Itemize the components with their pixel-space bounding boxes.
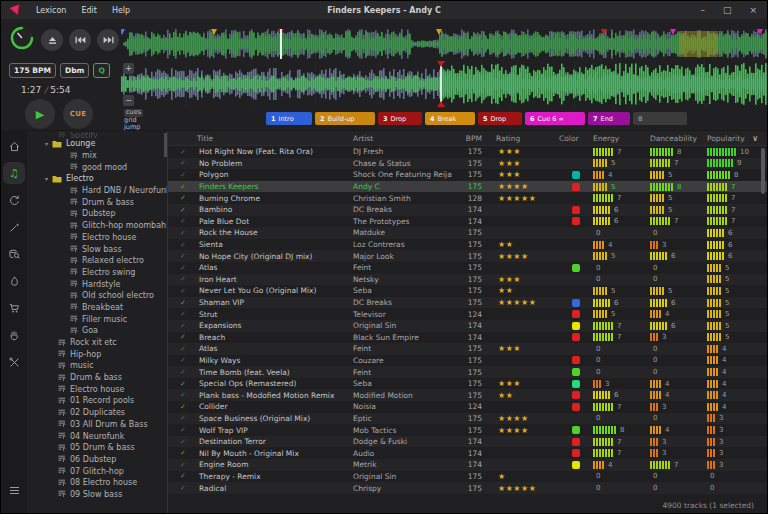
- header-col-artist[interactable]: Artist: [353, 134, 454, 143]
- rating-stars[interactable]: ★★: [496, 286, 559, 295]
- table-row[interactable]: ✓Never Let You Go (Original Mix)Seba175★…: [168, 285, 767, 297]
- table-row[interactable]: ✓PolygonShock One Featuring Reija175★★★4…: [168, 169, 767, 181]
- color-chip-cell[interactable]: [559, 322, 593, 330]
- table-row[interactable]: ✓BambinoDC Breaks174657: [168, 204, 767, 216]
- table-row[interactable]: ✓ExpansionsOriginal Sin174765: [168, 320, 767, 332]
- play-button[interactable]: ▶: [25, 99, 55, 129]
- rating-stars[interactable]: ★★: [496, 240, 559, 249]
- sidebar-item[interactable]: Slow bass: [27, 243, 167, 255]
- header-col-bpm[interactable]: BPM: [454, 134, 482, 143]
- table-row[interactable]: ✓SientaLoz Contreras175★★436: [168, 239, 767, 251]
- database-search-icon[interactable]: [3, 243, 25, 265]
- sidebar-item[interactable]: 04 Neurofunk: [27, 430, 167, 442]
- table-row[interactable]: ✓Milky WaysCouzare175004: [168, 355, 767, 367]
- sidebar-item[interactable]: Hardstyle: [27, 278, 167, 290]
- rating-stars[interactable]: ★★★★: [496, 426, 559, 435]
- sidebar-item[interactable]: Drum & bass: [27, 372, 167, 384]
- table-row[interactable]: ✓Destination TerrorDodge & Fuski174733: [168, 436, 767, 448]
- rating-stars[interactable]: ★★★★: [496, 252, 559, 261]
- sidebar-item[interactable]: 03 All Drum & Bass: [27, 419, 167, 431]
- sidebar-item[interactable]: Glitch-hop moombah: [27, 220, 167, 232]
- table-row[interactable]: ✓Space Business (Original Mix)Eptic175★★…: [168, 413, 767, 425]
- beat-jump-forward-button[interactable]: [97, 29, 119, 51]
- table-row[interactable]: ✓Hot Right Now (Feat. Rita Ora)DJ Fresh1…: [168, 146, 767, 158]
- chevron-down-icon[interactable]: ∨: [752, 134, 758, 143]
- table-row[interactable]: ✓Nil By Mouth - Original MixAudio174733: [168, 447, 767, 459]
- jog-knob[interactable]: [9, 25, 35, 55]
- color-chip-cell[interactable]: [559, 183, 593, 191]
- table-row[interactable]: ✓Burning ChromeChristian Smith128★★★★★75…: [168, 192, 767, 204]
- cue-point-3[interactable]: 3Drop: [378, 112, 422, 125]
- rating-stars[interactable]: ★★★★: [496, 414, 559, 423]
- zoom-out-button[interactable]: −: [123, 95, 134, 106]
- table-row[interactable]: ✓Rock the HouseMatduke175006: [168, 227, 767, 239]
- rating-stars[interactable]: ★★★: [496, 170, 559, 179]
- flame-icon[interactable]: [3, 270, 25, 292]
- table-row[interactable]: ✓Iron HeartNetsky175★★★005: [168, 274, 767, 286]
- table-row[interactable]: ✓Plank bass - Modofied Motion RemixModif…: [168, 389, 767, 401]
- table-row[interactable]: ✓Wolf Trap VIPMob Tactics175★★★★843: [168, 424, 767, 436]
- cue-point-1[interactable]: 1Intro: [266, 112, 312, 125]
- sidebar-item[interactable]: good mood: [27, 161, 167, 173]
- color-chip-cell[interactable]: [559, 391, 593, 399]
- color-chip-cell[interactable]: [559, 426, 593, 434]
- rating-stars[interactable]: ★★★: [496, 147, 559, 156]
- cue-button[interactable]: CUE: [63, 99, 93, 129]
- waveform-zoomed[interactable]: [121, 61, 768, 107]
- header-col-rating[interactable]: Rating: [496, 134, 559, 143]
- table-row[interactable]: ✓Shaman VIPDC Breaks175★★★★★665: [168, 297, 767, 309]
- header-col-title[interactable]: Title: [197, 134, 353, 143]
- header-col-energy[interactable]: Energy: [593, 134, 650, 143]
- table-row[interactable]: ✓Engine RoomMetrik174473: [168, 459, 767, 471]
- sidebar-item[interactable]: Rock xit etc: [27, 337, 167, 349]
- color-chip-cell[interactable]: [559, 356, 593, 364]
- cue-point-6[interactable]: 6Cue 6 ∞: [525, 112, 585, 125]
- color-chip-cell[interactable]: [559, 333, 593, 341]
- menu-edit[interactable]: Edit: [81, 6, 97, 15]
- sidebar-item[interactable]: Electro house: [27, 383, 167, 395]
- rating-stars[interactable]: ★★: [496, 391, 559, 400]
- magic-wand-icon[interactable]: [3, 216, 25, 238]
- sidebar-item[interactable]: Filler music: [27, 313, 167, 325]
- cue-point-4[interactable]: 4Break: [425, 112, 475, 125]
- sidebar-item[interactable]: music: [27, 360, 167, 372]
- music-icon[interactable]: ♫: [3, 162, 25, 184]
- cue-point-8[interactable]: 8: [633, 112, 687, 125]
- cart-icon[interactable]: [3, 297, 25, 319]
- sync-icon[interactable]: [3, 189, 25, 211]
- table-row[interactable]: ✓AtlasFeint175005: [168, 262, 767, 274]
- color-chip-cell[interactable]: [559, 461, 593, 469]
- color-chip-cell[interactable]: [559, 206, 593, 214]
- hand-icon[interactable]: [3, 324, 25, 346]
- table-row[interactable]: ✓BreachBlack Sun Empire174735: [168, 332, 767, 344]
- sidebar-item[interactable]: Relaxed electro: [27, 255, 167, 267]
- color-chip-cell[interactable]: [559, 171, 593, 179]
- table-row[interactable]: ✓No ProblemChase & Status175★★★579: [168, 158, 767, 170]
- color-chip-cell[interactable]: [559, 299, 593, 307]
- quantize-button[interactable]: Q: [93, 63, 109, 78]
- sidebar-item[interactable]: Breakbeat: [27, 302, 167, 314]
- waveform-overview[interactable]: [121, 29, 768, 59]
- sidebar-item[interactable]: 01 Record pools: [27, 395, 167, 407]
- table-row[interactable]: ✓No Hope City (Original DJ mix)Major Loo…: [168, 250, 767, 262]
- close-button[interactable]: ×: [749, 5, 757, 15]
- table-row[interactable]: ✓Therapy - RemixOriginal Sin175★000: [168, 471, 767, 483]
- color-chip-cell[interactable]: [559, 380, 593, 388]
- rating-stars[interactable]: ★★★: [496, 344, 559, 353]
- sidebar-item[interactable]: 05 Drum & bass: [27, 442, 167, 454]
- sidebar-item[interactable]: Electro swing: [27, 267, 167, 279]
- header-col-color[interactable]: Color: [559, 134, 593, 143]
- bpm-field[interactable]: 175 BPM: [9, 63, 56, 78]
- color-chip-cell[interactable]: [559, 368, 593, 376]
- rating-stars[interactable]: ★: [496, 472, 559, 481]
- rating-stars[interactable]: ★★★★: [496, 182, 559, 191]
- sidebar-item[interactable]: Electro house: [27, 232, 167, 244]
- sidebar-item[interactable]: Spotify: [27, 132, 167, 138]
- beat-jump-back-button[interactable]: [69, 29, 91, 51]
- sidebar-item[interactable]: 09 Slow bass: [27, 489, 167, 501]
- sidebar-item[interactable]: 07 Glitch-hop: [27, 465, 167, 477]
- sidebar-item[interactable]: 06 Dubstep: [27, 454, 167, 466]
- table-row[interactable]: ✓Finders KeepersAndy C175★★★★587: [168, 181, 767, 193]
- color-chip-cell[interactable]: [559, 264, 593, 272]
- menu-lexicon[interactable]: Lexicon: [36, 6, 66, 15]
